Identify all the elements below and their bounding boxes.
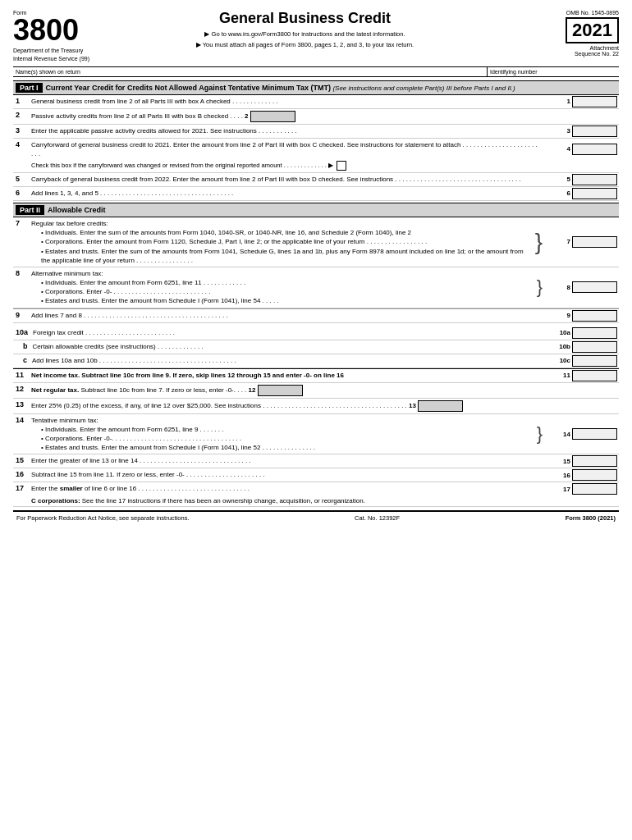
form-title: General Business Credit bbox=[106, 10, 504, 27]
line-9-input[interactable] bbox=[572, 310, 617, 322]
line-10a-row: 10a Foreign tax credit . . . . . . . . .… bbox=[13, 326, 619, 340]
line-9-row: 9 Add lines 7 and 8 . . . . . . . . . . … bbox=[13, 308, 619, 323]
line-7-content: 7 Regular tax before credits: • Individu… bbox=[13, 217, 534, 267]
line-11-num: 11 bbox=[13, 369, 28, 382]
line-16-row: 16 Subtract line 15 from line 11. If zer… bbox=[13, 468, 619, 482]
line-12-inline-input[interactable] bbox=[258, 385, 303, 396]
line-10b-input[interactable] bbox=[572, 341, 617, 353]
line-4-input-area: 4 bbox=[544, 139, 619, 160]
line-8-input-area: 8 bbox=[544, 267, 619, 308]
form-header: Form 3800 Department of the Treasury Int… bbox=[13, 10, 619, 63]
line-17-note: C corporations: See the line 17 instruct… bbox=[13, 495, 619, 506]
line-1-row: 1 General business credit from line 2 of… bbox=[13, 95, 619, 109]
line-7-row: 7 Regular tax before credits: • Individu… bbox=[13, 217, 534, 267]
line-10c-row: c Add lines 10a and 10b . . . . . . . . … bbox=[13, 354, 619, 368]
attachment-text: Attachment Sequence No. 22 bbox=[520, 45, 619, 57]
line-4-input[interactable] bbox=[572, 144, 617, 155]
line-9-text: Add lines 7 and 8 . . . . . . . . . . . … bbox=[28, 309, 544, 322]
title-block: General Business Credit ▶ Go to www.irs.… bbox=[89, 10, 520, 48]
line-11-row: 11 Net income tax. Subtract line 10c fro… bbox=[13, 368, 619, 383]
line-11-input[interactable] bbox=[572, 370, 617, 381]
line-13-inline-input[interactable] bbox=[418, 400, 463, 412]
id-field[interactable]: Identifying number bbox=[488, 67, 619, 76]
part2-title: Allowable Credit bbox=[48, 206, 106, 214]
line-3-num: 3 bbox=[13, 125, 28, 138]
line-1-text: General business credit from line 2 of a… bbox=[28, 95, 544, 108]
line-1-input[interactable] bbox=[572, 96, 617, 107]
line-10a-input[interactable] bbox=[572, 327, 617, 339]
line-4-num: 4 bbox=[13, 139, 28, 160]
line-16-text: Subtract line 15 from line 11. If zero o… bbox=[28, 468, 544, 482]
line-7-group: 7 Regular tax before credits: • Individu… bbox=[13, 217, 619, 267]
line-8-num: 8 bbox=[13, 267, 28, 279]
line-3-input-area: 3 bbox=[544, 125, 619, 138]
line-8-input[interactable] bbox=[572, 281, 617, 293]
line-3-text: Enter the applicable passive activity cr… bbox=[28, 125, 544, 138]
line-5-row: 5 Carryback of general business credit f… bbox=[13, 173, 619, 187]
part1-label: Part I bbox=[16, 83, 43, 93]
line-13-row: 13 Enter 25% (0.25) of the excess, if an… bbox=[13, 399, 619, 414]
line-6-text: Add lines 1, 3, 4, and 5 . . . . . . . .… bbox=[28, 187, 544, 200]
instruction2: ▶ You must attach all pages of Form 3800… bbox=[106, 41, 504, 48]
form-footer: For Paperwork Reduction Act Notice, see … bbox=[13, 510, 619, 524]
line-5-input[interactable] bbox=[572, 174, 617, 185]
line-15-text: Enter the greater of line 13 or line 14 … bbox=[28, 454, 544, 468]
line-2-text: Passive activity credits from line 2 of … bbox=[28, 109, 553, 124]
line-17-input[interactable] bbox=[572, 483, 617, 495]
line-4-checkbox[interactable] bbox=[337, 161, 346, 171]
line-7-input[interactable] bbox=[572, 236, 617, 248]
line-15-row: 15 Enter the greater of line 13 or line … bbox=[13, 454, 619, 468]
line-10c-input-area: 10c bbox=[544, 354, 619, 368]
line-8-content: 8 Alternative minimum tax: • Individuals… bbox=[13, 267, 535, 308]
line-2-input-area bbox=[553, 109, 619, 124]
line-17-input-area: 17 bbox=[544, 482, 619, 495]
line-6-input[interactable] bbox=[572, 188, 617, 199]
line-5-text: Carryback of general business credit fro… bbox=[28, 173, 544, 186]
omb-block: OMB No. 1545-0895 2021 Attachment Sequen… bbox=[520, 10, 619, 57]
line-14-group: 14 Tentative minimum tax: • Individuals.… bbox=[13, 414, 619, 455]
line-2-num: 2 bbox=[13, 109, 28, 124]
line-10c-input[interactable] bbox=[572, 355, 617, 367]
form-number: 3800 bbox=[13, 16, 79, 45]
line-16-input[interactable] bbox=[572, 469, 617, 481]
line-11-input-area: 11 bbox=[544, 369, 619, 382]
line-5-input-area: 5 bbox=[544, 173, 619, 186]
line-12-input-area bbox=[553, 383, 619, 398]
line-8-text: Alternative minimum tax: • Individuals. … bbox=[28, 267, 535, 308]
part2-label: Part II bbox=[16, 205, 44, 215]
line-16-num: 16 bbox=[13, 468, 28, 482]
line-3-input[interactable] bbox=[572, 126, 617, 137]
line-8-bracket: } bbox=[535, 267, 544, 308]
line-17-num: 17 bbox=[13, 482, 28, 495]
line-12-row: 12 Net regular tax. Subtract line 10c fr… bbox=[13, 383, 619, 399]
line-10a-num: 10a bbox=[13, 326, 30, 340]
line-5-num: 5 bbox=[13, 173, 28, 186]
line-1-num: 1 bbox=[13, 95, 28, 108]
line-6-input-area: 6 bbox=[544, 187, 619, 200]
dept-info: Department of the Treasury Internal Reve… bbox=[13, 47, 89, 63]
line-14-row: 14 Tentative minimum tax: • Individuals.… bbox=[13, 414, 535, 454]
line-15-input[interactable] bbox=[572, 455, 617, 467]
form-number-block: Form 3800 Department of the Treasury Int… bbox=[13, 10, 89, 63]
part2-header: Part II Allowable Credit bbox=[13, 203, 619, 217]
line-14-text: Tentative minimum tax: • Individuals. En… bbox=[28, 414, 535, 454]
line-10b-text: Certain allowable credits (see instructi… bbox=[30, 340, 545, 354]
line-13-text: Enter 25% (0.25) of the excess, if any, … bbox=[28, 399, 553, 413]
line-14-num: 14 bbox=[13, 414, 28, 426]
line-9-input-area: 9 bbox=[544, 309, 619, 322]
cat-number: Cat. No. 12392F bbox=[355, 514, 400, 522]
name-id-row: Name(s) shown on return Identifying numb… bbox=[13, 66, 619, 77]
line-10a-text: Foreign tax credit . . . . . . . . . . .… bbox=[30, 326, 544, 340]
line-17-row: 17 Enter the smaller of line 6 or line 1… bbox=[13, 482, 619, 507]
form-ref: Form 3800 (2021) bbox=[566, 514, 616, 522]
line-17-main: 17 Enter the smaller of line 6 or line 1… bbox=[13, 482, 619, 495]
line-14-content: 14 Tentative minimum tax: • Individuals.… bbox=[13, 414, 535, 454]
line-10b-input-area: 10b bbox=[544, 340, 619, 354]
year-box: 2021 bbox=[566, 17, 619, 43]
name-field[interactable]: Name(s) shown on return bbox=[13, 67, 488, 76]
line-10a-input-area: 10a bbox=[544, 326, 619, 340]
line-11-text: Net income tax. Subtract line 10c from l… bbox=[28, 369, 544, 382]
line-2-inline-input[interactable] bbox=[250, 111, 295, 122]
line-14-input[interactable] bbox=[572, 428, 617, 440]
line-8-group: 8 Alternative minimum tax: • Individuals… bbox=[13, 267, 619, 308]
